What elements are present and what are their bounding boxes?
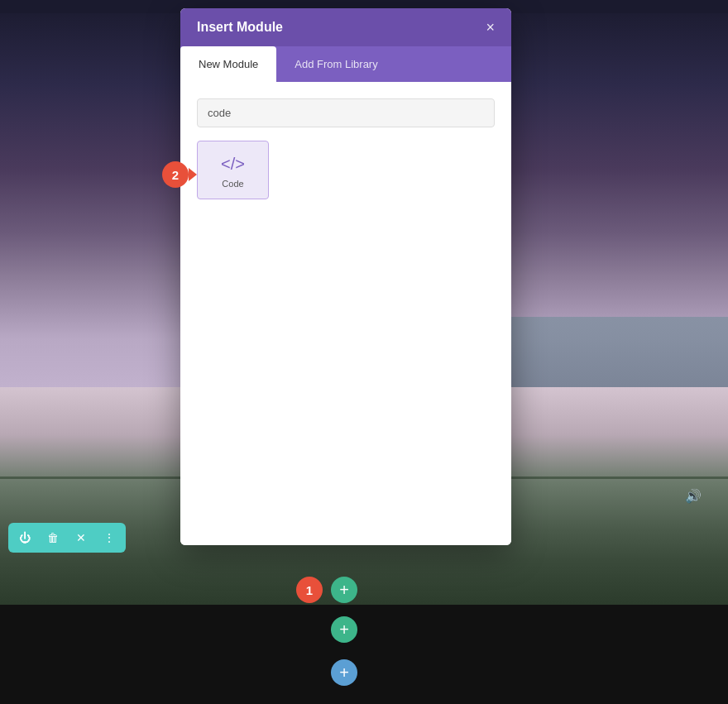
toolbar-power-button[interactable]: ⏻ xyxy=(12,523,38,553)
annotation-1: 1 xyxy=(296,577,323,603)
tab-add-from-library[interactable]: Add From Library xyxy=(276,46,395,82)
plus-button-2[interactable]: + xyxy=(331,616,357,643)
plus-button-1[interactable]: + xyxy=(331,577,357,603)
annotation-badge-2: 2 xyxy=(162,161,189,188)
toolbar-close-button[interactable]: ✕ xyxy=(68,523,94,553)
toolbar-more-button[interactable]: ⋮ xyxy=(96,523,122,553)
modal-close-button[interactable]: × xyxy=(486,20,495,35)
modal-header: Insert Module × xyxy=(180,8,511,46)
speaker-icon: 🔊 xyxy=(685,488,702,504)
search-wrapper xyxy=(197,98,495,127)
more-icon: ⋮ xyxy=(103,531,115,544)
trash-icon: 🗑 xyxy=(47,531,59,544)
power-icon: ⏻ xyxy=(19,531,31,544)
module-item-code[interactable]: </> Code xyxy=(197,141,269,199)
module-search-input[interactable] xyxy=(197,98,495,127)
plus-button-3[interactable]: + xyxy=(331,659,357,686)
tab-new-module[interactable]: New Module xyxy=(180,46,276,82)
modal-title: Insert Module xyxy=(197,20,283,35)
bottom-bar xyxy=(0,605,728,704)
module-code-label: Code xyxy=(222,179,243,189)
insert-module-modal: Insert Module × New Module Add From Libr… xyxy=(180,8,511,545)
module-grid: </> Code xyxy=(197,141,495,199)
annotation-badge-1: 1 xyxy=(296,577,323,603)
bottom-toolbar: ⏻ 🗑 ✕ ⋮ xyxy=(8,523,126,553)
toolbar-trash-button[interactable]: 🗑 xyxy=(40,523,66,553)
close-icon: ✕ xyxy=(76,531,86,544)
annotation-2: 2 xyxy=(162,161,189,188)
code-icon: </> xyxy=(221,155,245,174)
modal-body: </> Code xyxy=(180,82,511,545)
modal-tabs: New Module Add From Library xyxy=(180,46,511,82)
